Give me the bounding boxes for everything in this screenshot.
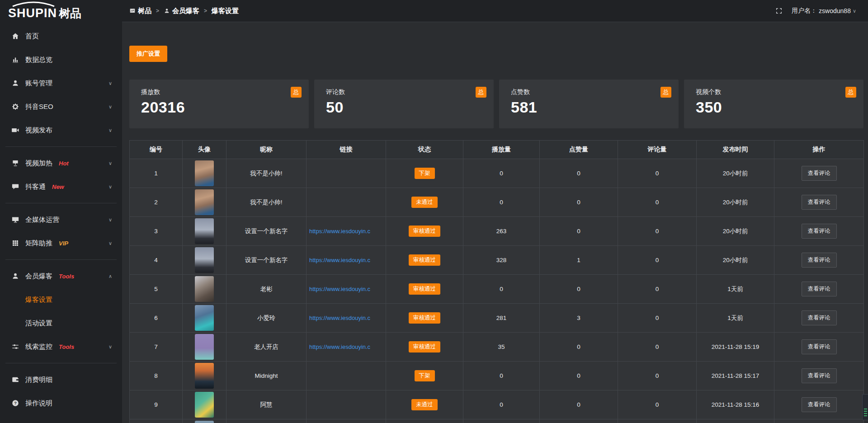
video-link[interactable]: https://www.iesdouyin.c (307, 315, 386, 321)
fullscreen-icon[interactable] (775, 7, 783, 14)
video-link[interactable]: https://www.iesdouyin.c (307, 286, 386, 292)
row-id: 8 (130, 362, 183, 390)
status-badge: 下架 (415, 370, 435, 381)
like-count: 0 (540, 159, 618, 188)
avatar (195, 334, 214, 360)
sidebar-item-badge: Tools (59, 343, 74, 350)
view-comments-button[interactable]: 查看评论 (802, 195, 837, 210)
sidebar-item-label: 数据总览 (25, 56, 52, 64)
sidebar-item-video-publish[interactable]: 视频发布 ∨ (0, 118, 122, 142)
bar-chart-icon (11, 56, 20, 64)
sidebar-item-doukertong[interactable]: 抖客通 New ∨ (0, 175, 122, 198)
chevron-icon: ∨ (108, 217, 112, 223)
sidebar-item-badge: New (52, 183, 64, 190)
play-count: 0 (463, 275, 540, 304)
contact-widget-handle[interactable] (862, 394, 868, 420)
logo-text-cn: 树品 (58, 7, 81, 19)
table-column-header: 状态 (386, 141, 463, 159)
table-column-header: 发布时间 (697, 141, 774, 159)
status-badge: 审核通过 (409, 226, 440, 237)
sidebar-item-home[interactable]: 首页 (0, 24, 122, 48)
nickname: 我不是小帅! (226, 188, 307, 217)
like-count: 0 (540, 217, 618, 246)
table-row: 1 我不是小帅! 下架 0 0 0 20小时前 查看评论 (130, 159, 864, 188)
table-row: 9 阿慧 未通过 0 0 0 2021-11-28 15:16 查看评论 (130, 390, 864, 419)
view-comments-button[interactable]: 查看评论 (802, 166, 837, 181)
sidebar-item-label: 线索监控 (25, 343, 52, 351)
sidebar-item-label: 首页 (25, 32, 39, 41)
table-column-header: 点赞量 (540, 141, 618, 159)
table-column-header: 链接 (307, 141, 386, 159)
sidebar-subitem-baoke-settings[interactable]: 爆客设置 (0, 288, 122, 311)
publish-time: 2021-11-28 15:16 (697, 390, 774, 419)
table-column-header: 昵称 (226, 141, 307, 159)
row-id: 3 (130, 217, 183, 246)
grid-icon (11, 239, 20, 247)
chevron-down-icon: ∨ (853, 9, 856, 14)
stat-card: 点赞数 581 总 (499, 80, 679, 128)
video-table: 编号 头像 昵称 链接 状态 播放量 点赞量 评论量 (129, 140, 864, 423)
sidebar-item-video-heating[interactable]: 视频加热 Hot ∨ (0, 151, 122, 175)
view-comments-button[interactable]: 查看评论 (802, 368, 837, 383)
comment-count: 0 (618, 159, 697, 188)
sidebar-item-badge: Tools (59, 273, 74, 280)
table-header-row: 编号 头像 昵称 链接 状态 播放量 点赞量 评论量 (130, 141, 864, 159)
sidebar-item-douyin-seo[interactable]: 抖音SEO ∨ (0, 95, 122, 118)
sidebar-item-operation-guide[interactable]: 操作说明 (0, 391, 122, 415)
video-link[interactable]: https://www.iesdouyin.c (307, 257, 386, 263)
status-badge: 审核通过 (409, 283, 440, 295)
sidebar-subitem-activity-settings[interactable]: 活动设置 (0, 311, 122, 335)
view-comments-button[interactable]: 查看评论 (802, 282, 837, 296)
row-id: 9 (130, 390, 183, 419)
breadcrumb-item-member-baoke[interactable]: 会员爆客 (164, 7, 199, 15)
nickname: 阿慧 (226, 390, 307, 419)
row-id: 7 (130, 333, 183, 362)
like-count: 3 (540, 304, 618, 333)
sidebar-item-consumption-detail[interactable]: 消费明细 (0, 368, 122, 391)
sidebar-item-all-media-operation[interactable]: 全媒体运营 ∨ (0, 208, 122, 231)
nickname: 设置一个新名字 (226, 217, 307, 246)
sidebar-divider (5, 203, 117, 203)
sidebar-item-account-management[interactable]: 账号管理 ∨ (0, 71, 122, 95)
status-badge: 未通过 (411, 399, 438, 410)
view-comments-button[interactable]: 查看评论 (802, 253, 837, 268)
publish-time: 1天前 (697, 275, 774, 304)
sidebar-item-member-baoke[interactable]: 会员爆客 Tools ∧ (0, 264, 122, 288)
logo-text-en: SHUPIN (8, 6, 57, 20)
breadcrumb-separator: > (156, 8, 159, 14)
table-column-header: 编号 (130, 141, 183, 159)
nickname (226, 419, 307, 423)
video-link[interactable]: https://www.iesdouyin.c (307, 343, 386, 350)
table-row: 6 小爱玲 https://www.iesdouyin.c 审核通过 281 3… (130, 304, 864, 333)
sidebar-item-matrix-boost[interactable]: 矩阵助推 VIP ∨ (0, 231, 122, 255)
breadcrumb-item-baoke-settings: 爆客设置 (212, 7, 239, 15)
app-logo[interactable]: SHUPIN 树品 (0, 1, 122, 20)
view-comments-button[interactable]: 查看评论 (802, 339, 837, 354)
user-menu[interactable]: 用户名： zswodun88 ∨ (792, 7, 856, 15)
status-badge: 审核通过 (409, 341, 440, 352)
status-badge: 未通过 (411, 197, 438, 208)
chevron-icon: ∨ (108, 344, 112, 350)
sidebar-item-clue-monitor[interactable]: 线索监控 Tools ∨ (0, 335, 122, 358)
video-link[interactable]: https://www.iesdouyin.c (307, 228, 386, 235)
publish-time: 20小时前 (697, 159, 774, 188)
view-comments-button[interactable]: 查看评论 (802, 224, 837, 239)
main-content: 推广设置 播放数 20316 总 评论数 50 总 点赞数 581 总 视频个数 (122, 22, 868, 423)
like-count (540, 419, 618, 423)
sidebar-divider (5, 146, 117, 147)
sidebar-item-data-overview[interactable]: 数据总览 (0, 48, 122, 71)
view-comments-button[interactable]: 查看评论 (802, 310, 837, 325)
view-comments-button[interactable]: 查看评论 (802, 397, 837, 412)
total-badge: 总 (476, 87, 486, 98)
breadcrumb-label: 爆客设置 (212, 7, 239, 15)
comment-count (618, 419, 697, 423)
comment-count: 0 (618, 275, 697, 304)
play-count: 281 (463, 304, 540, 333)
wallet-icon (11, 376, 20, 384)
user-icon (11, 79, 20, 87)
sidebar-item-label: 会员爆客 (25, 272, 52, 281)
promo-settings-button[interactable]: 推广设置 (129, 46, 167, 62)
sidebar-item-label: 视频加热 (25, 159, 52, 168)
comment-count: 0 (618, 390, 697, 419)
breadcrumb-item-shupin[interactable]: 树品 (129, 7, 151, 15)
